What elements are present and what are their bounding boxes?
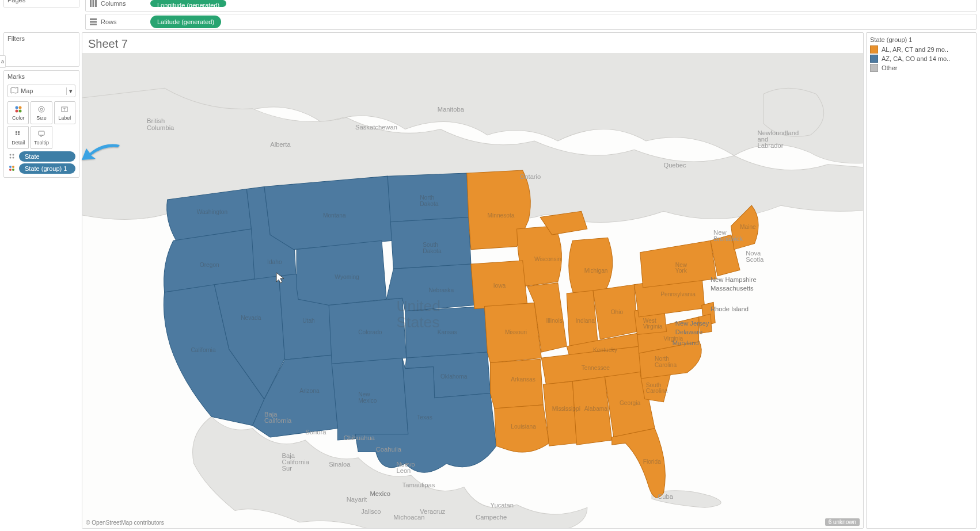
map-icon (10, 87, 18, 95)
svg-text:Coahuila: Coahuila (376, 446, 402, 453)
marks-color-button[interactable]: Color (7, 101, 29, 124)
svg-point-10 (39, 106, 44, 112)
detail-icon (14, 129, 22, 139)
svg-point-22 (13, 157, 14, 159)
svg-text:Tamaulipas: Tamaulipas (402, 482, 435, 488)
svg-text:Pennsylvania: Pennsylvania (660, 291, 696, 297)
svg-text:Alberta: Alberta (270, 141, 291, 148)
svg-text:Kansas: Kansas (438, 329, 457, 335)
data-pane-toggle[interactable]: a (0, 55, 6, 68)
legend-item-other[interactable]: Other (870, 64, 973, 72)
marks-pill-state-group[interactable]: State (group) 1 (7, 163, 75, 174)
rows-pill[interactable]: Latitude (generated) (150, 16, 221, 28)
columns-icon (89, 0, 97, 7)
detail-icon (7, 152, 17, 161)
marks-detail-button[interactable]: Detail (7, 126, 29, 149)
svg-text:Sinaloa: Sinaloa (329, 461, 351, 468)
svg-text:Kentucky: Kentucky (593, 347, 618, 353)
marks-tooltip-button[interactable]: Tooltip (31, 126, 52, 149)
mark-type-dropdown[interactable]: Map ▾ (7, 85, 75, 97)
svg-text:Mexico: Mexico (370, 490, 391, 497)
svg-rect-1 (93, 0, 94, 7)
swatch-blue (870, 55, 878, 63)
marks-label-button[interactable]: T Label (54, 101, 75, 124)
svg-text:Utah: Utah (302, 318, 315, 324)
svg-rect-4 (90, 21, 97, 23)
marks-pill-state[interactable]: State (7, 151, 75, 162)
color-icon (14, 105, 22, 114)
unknown-badge[interactable]: 6 unknown (825, 518, 860, 526)
svg-rect-16 (16, 133, 17, 135)
svg-text:Nebraska: Nebraska (429, 287, 454, 293)
marks-size-button[interactable]: Size (31, 101, 52, 124)
svg-text:Arizona: Arizona (299, 388, 320, 394)
label-icon: T (60, 105, 69, 114)
svg-text:Louisiana: Louisiana (511, 423, 536, 430)
swatch-gray (870, 64, 878, 72)
columns-pill[interactable]: Longitude (generated) (150, 0, 226, 7)
legend-item-blue[interactable]: AZ, CA, CO and 14 mo.. (870, 55, 973, 63)
svg-text:Idaho: Idaho (267, 259, 282, 265)
svg-text:Virginia: Virginia (663, 335, 683, 342)
svg-text:Indiana: Indiana (575, 318, 595, 324)
svg-text:New Hampshire: New Hampshire (711, 276, 757, 283)
worksheet-view[interactable]: Sheet 7 (82, 32, 864, 529)
size-icon (37, 105, 45, 114)
svg-point-19 (10, 154, 12, 156)
svg-text:Texas: Texas (417, 414, 432, 421)
svg-text:T: T (63, 108, 66, 112)
svg-point-23 (9, 166, 12, 168)
svg-text:Oklahoma: Oklahoma (440, 373, 468, 380)
svg-text:Oregon: Oregon (200, 262, 219, 268)
svg-text:Georgia: Georgia (620, 400, 641, 406)
columns-shelf-label: Columns (101, 0, 126, 7)
svg-rect-0 (90, 0, 92, 7)
svg-point-6 (15, 106, 18, 109)
svg-text:Ontario: Ontario (520, 173, 541, 180)
rows-icon (89, 18, 97, 26)
svg-text:Wisconsin: Wisconsin (534, 256, 561, 262)
svg-text:Jalisco: Jalisco (361, 508, 381, 515)
svg-text:Massachusetts: Massachusetts (711, 285, 754, 292)
filters-label: Filters (4, 33, 79, 44)
svg-point-21 (10, 157, 12, 159)
columns-shelf[interactable]: Columns Longitude (generated) (85, 0, 977, 12)
map-attribution: © OpenStreetMap contributors (86, 519, 164, 526)
sheet-title[interactable]: Sheet 7 (82, 33, 863, 53)
svg-text:Michigan: Michigan (584, 268, 608, 274)
filters-shelf[interactable]: Filters (3, 32, 79, 67)
svg-text:UnitedStates: UnitedStates (396, 297, 440, 331)
svg-text:Saskatchewan: Saskatchewan (355, 124, 397, 131)
svg-point-20 (13, 154, 14, 156)
rows-shelf[interactable]: Rows Latitude (generated) (85, 14, 977, 30)
svg-rect-15 (18, 131, 20, 133)
svg-text:Florida: Florida (643, 459, 661, 465)
svg-text:California: California (191, 347, 216, 353)
svg-text:Manitoba: Manitoba (438, 106, 465, 113)
svg-point-8 (15, 110, 18, 113)
map-canvas[interactable]: BritishColumbia Alberta Saskatchewan Man… (82, 53, 863, 528)
color-legend[interactable]: State (group) 1 AL, AR, CT and 29 mo.. A… (866, 32, 977, 529)
pages-shelf[interactable]: Pages (3, 0, 79, 7)
cursor-icon (275, 272, 286, 285)
svg-text:Cuba: Cuba (658, 493, 674, 500)
svg-text:Minnesota: Minnesota (487, 212, 514, 219)
pages-label: Pages (7, 0, 25, 3)
svg-rect-14 (16, 131, 17, 133)
svg-text:Mississippi: Mississippi (552, 406, 580, 412)
svg-rect-5 (90, 24, 97, 25)
svg-point-24 (12, 166, 14, 168)
color-assign-icon (7, 164, 17, 173)
legend-item-orange[interactable]: AL, AR, CT and 29 mo.. (870, 45, 973, 54)
svg-text:NewYork: NewYork (675, 262, 687, 274)
svg-text:Ohio: Ohio (611, 309, 624, 315)
svg-text:Tennessee: Tennessee (582, 365, 610, 371)
svg-text:Campeche: Campeche (476, 514, 507, 521)
svg-text:Montana: Montana (323, 212, 346, 219)
svg-point-25 (9, 169, 12, 171)
chevron-down-icon: ▾ (66, 87, 73, 95)
swatch-orange (870, 45, 878, 54)
svg-text:Wyoming: Wyoming (335, 274, 359, 280)
svg-rect-2 (95, 0, 97, 7)
svg-point-7 (18, 106, 21, 109)
